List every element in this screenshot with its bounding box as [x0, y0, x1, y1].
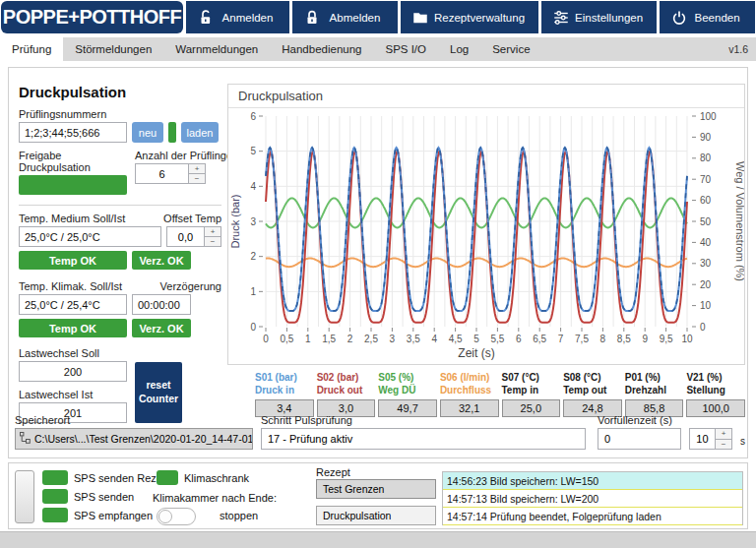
pruefling-status-indicator — [168, 122, 176, 143]
schritt-label: Schritt Pulsprüfung — [261, 414, 586, 426]
svg-text:1,5: 1,5 — [322, 334, 336, 344]
offset-increment-button[interactable]: + — [205, 227, 220, 237]
offset-temp-stepper[interactable]: 0,0 + − — [166, 226, 221, 247]
anzahl-value[interactable]: 6 — [136, 164, 188, 183]
temp-klimak-input[interactable]: 25,0°C / 25,4°C — [19, 294, 127, 315]
tab-stoermeldungen[interactable]: Störmeldungen — [63, 37, 163, 61]
prueflingsnummern-input[interactable]: 1;2;3;44;55;666 — [19, 122, 127, 143]
svg-text:10: 10 — [681, 334, 693, 344]
anmelden-label: Anmelden — [220, 12, 284, 24]
pulsation-chart: 0123456010203040506070809010000,511,522,… — [228, 108, 744, 362]
anzahl-decrement-button[interactable]: − — [189, 174, 205, 183]
vorfuellzeit-stepper-value[interactable]: 10 — [690, 429, 715, 449]
sps-senden-label: SPS senden — [74, 491, 134, 503]
svg-text:6,5: 6,5 — [533, 334, 546, 344]
sliders-icon — [551, 8, 571, 28]
prueflingsnummern-label: Prüflingsnummern — [19, 108, 221, 120]
sensor-readout-p01: P01 (%)Drehzahl85,8 — [625, 371, 684, 417]
temp-medium-input[interactable]: 25,0°C / 25,0°C — [19, 226, 161, 247]
svg-text:Druck (bar): Druck (bar) — [229, 194, 241, 248]
log-message[interactable]: 14:56:23 Bild speichern: LW=150 — [443, 472, 742, 490]
vorfuellzeit-stepper[interactable]: 10 + − — [689, 428, 732, 450]
svg-text:60: 60 — [700, 195, 712, 206]
sensor-readout-s06: S06 (l/min)Durchfluss32,1 — [440, 371, 499, 417]
klimaschrank-label: Klimaschrank — [184, 472, 249, 484]
vorfuellzeit-label: Vorfüllenzeit (s) — [598, 414, 745, 426]
sensor-readout-s02: S02 (bar)Druck out3,0 — [317, 371, 376, 417]
laden-button[interactable]: laden — [181, 122, 219, 143]
tab-log[interactable]: Log — [438, 37, 480, 61]
top-toolbar: POPPE+POTTHOFF Anmelden Abmelden Rezeptv… — [0, 0, 756, 35]
svg-text:5: 5 — [250, 146, 256, 156]
speicherort-field[interactable]: C:\Users\...\Test Grenzen\2020-01-20_14-… — [15, 428, 253, 450]
sensor-readout-s07: S07 (°C)Temp in25,0 — [502, 371, 561, 417]
verzoegerung-input[interactable]: 00:00:00 — [132, 294, 191, 315]
tab-pruefung[interactable]: Prüfung — [0, 37, 63, 61]
chart-groupbox: Druckpulsation 0123456010203040506070809… — [227, 84, 745, 365]
tab-sps-io[interactable]: SPS I/O — [373, 37, 438, 61]
svg-text:1: 1 — [250, 286, 256, 297]
svg-text:4,5: 4,5 — [449, 334, 463, 344]
svg-text:50: 50 — [700, 216, 712, 227]
lastwechsel-soll-label: Lastwechsel Soll — [19, 347, 127, 359]
sps-senden-rezept-indicator — [42, 470, 68, 485]
sensor-header: S06 (l/min)Durchfluss — [440, 371, 499, 396]
anmelden-button[interactable]: Anmelden — [186, 1, 289, 33]
offset-temp-value[interactable]: 0,0 — [167, 227, 204, 246]
unlock-icon — [196, 8, 216, 28]
vorfuellzeit-decrement-button[interactable]: − — [716, 440, 731, 450]
svg-text:0: 0 — [250, 322, 256, 333]
svg-text:Zeit (s): Zeit (s) — [458, 346, 494, 360]
tab-warnmeldungen[interactable]: Warnmeldungen — [163, 37, 270, 61]
side-grip-button[interactable] — [15, 470, 34, 523]
einstellungen-label: Einstellungen — [575, 12, 651, 24]
svg-text:1: 1 — [305, 334, 311, 344]
einstellungen-button[interactable]: Einstellungen — [541, 1, 657, 33]
rezept-label: Rezept — [316, 466, 350, 478]
sensor-readout-s01: S01 (bar)Druck in3,4 — [255, 371, 314, 417]
speicherort-path: C:\Users\...\Test Grenzen\2020-01-20_14-… — [34, 433, 253, 445]
svg-text:2: 2 — [250, 251, 256, 262]
temp-medium-label: Temp. Medium Soll/Ist — [19, 213, 125, 224]
sensor-readout-s08: S08 (°C)Temp out24,8 — [563, 371, 622, 417]
sensor-header: V21 (%)Stellung — [686, 371, 745, 396]
log-message[interactable]: 14:57:13 Bild speichern: LW=200 — [443, 490, 742, 508]
tab-handbedienung[interactable]: Handbedienung — [270, 37, 373, 61]
abmelden-button[interactable]: Abmelden — [292, 1, 398, 33]
app-window: POPPE+POTTHOFF Anmelden Abmelden Rezeptv… — [0, 0, 756, 531]
vorfuellzeit-unit: s — [740, 436, 745, 450]
temp-medium-ok-status: Temp OK — [19, 251, 127, 270]
tab-bar: Prüfung Störmeldungen Warnmeldungen Hand… — [0, 37, 756, 61]
sensor-header: S08 (°C)Temp out — [563, 371, 622, 396]
svg-text:7,5: 7,5 — [575, 334, 589, 344]
lock-icon — [302, 8, 322, 28]
section-divider — [19, 205, 221, 206]
svg-text:Weg / Volumenstrom (%): Weg / Volumenstrom (%) — [734, 161, 744, 281]
log-message[interactable]: 14:57:14 Prüfung beendet, Folgeprüfung l… — [443, 508, 742, 525]
offset-decrement-button[interactable]: − — [205, 237, 220, 246]
anzahl-stepper[interactable]: 6 + − — [135, 163, 206, 184]
schritt-group: Schritt Pulsprüfung 17 - Prüfung aktiv — [261, 414, 586, 450]
speicherort-label: Speicherort — [15, 414, 253, 426]
rezept-name-field[interactable]: Test Grenzen — [316, 479, 436, 499]
svg-text:90: 90 — [700, 132, 712, 143]
vorfuellzeit-increment-button[interactable]: + — [716, 429, 731, 440]
tab-service[interactable]: Service — [480, 37, 541, 61]
beenden-button[interactable]: Beenden — [660, 1, 755, 33]
klimakammer-toggle[interactable] — [157, 508, 196, 525]
chart-title: Druckpulsation — [228, 85, 744, 108]
temp-klimak-verz-status: Verz. OK — [132, 319, 191, 337]
neu-button[interactable]: neu — [132, 122, 163, 143]
rezeptverwaltung-button[interactable]: Rezeptverwaltung — [401, 1, 538, 33]
temp-klimak-label: Temp. Klimak. Soll/Ist — [19, 280, 122, 292]
vorfuellzeit-field[interactable]: 0 — [598, 428, 681, 450]
schritt-field[interactable]: 17 - Prüfung aktiv — [261, 428, 586, 450]
anzahl-increment-button[interactable]: + — [189, 164, 205, 174]
svg-text:3: 3 — [250, 216, 256, 227]
temp-klimak-ok-status: Temp OK — [19, 319, 127, 337]
svg-text:0: 0 — [700, 322, 706, 333]
rezept-step-field[interactable]: Druckpulsation — [316, 506, 436, 525]
lastwechsel-soll-input[interactable]: 200 — [19, 361, 127, 382]
verzoegerung-label: Verzögerung — [160, 280, 221, 292]
svg-text:100: 100 — [700, 111, 717, 122]
